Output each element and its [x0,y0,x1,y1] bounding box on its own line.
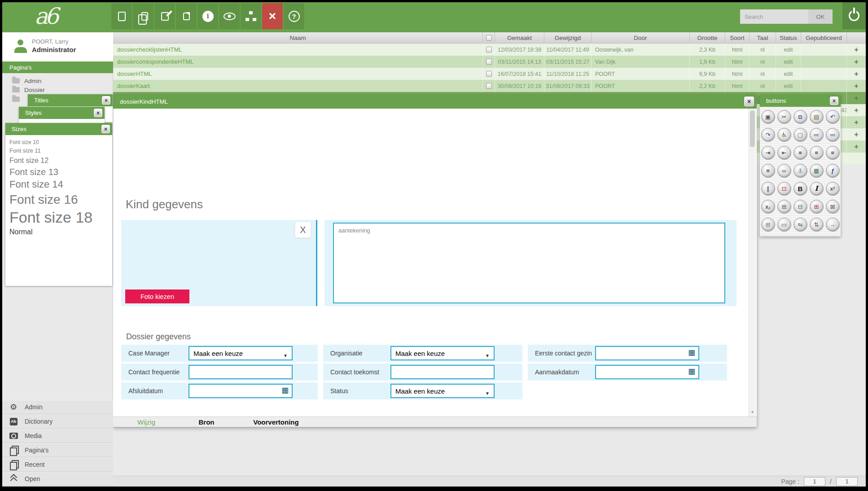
row-add-button[interactable]: + [847,68,866,80]
editor-button[interactable]: ≡ [761,164,775,178]
toolbar-button[interactable] [176,3,197,29]
sizes-panel-header[interactable]: Sizes × [5,123,112,135]
tree-item[interactable]: Admin [2,76,113,85]
chevron-down-icon[interactable] [283,351,288,359]
editor-button[interactable]: ⊞ [777,200,791,214]
font-size-option[interactable]: Font size 13 [9,167,112,177]
editor-button[interactable]: ▤ [810,110,824,124]
toolbar-button[interactable]: ? [284,3,304,29]
field-input[interactable] [595,346,699,360]
editor-button[interactable]: ∥ [761,182,775,196]
modal-scrollbar[interactable] [749,109,756,416]
editor-button[interactable]: ⇥ [761,146,775,160]
editor-button[interactable]: ⧉ [793,110,807,124]
editor-button[interactable]: ♿ [777,128,791,142]
field-input[interactable]: Maak een keuze [390,384,495,398]
row-checkbox[interactable] [486,59,492,65]
font-size-option[interactable]: Font size 12 [9,157,112,165]
field-input[interactable]: Maak een keuze [189,346,293,360]
editor-button[interactable]: ≔ [810,128,824,142]
editor-button[interactable]: B [793,182,807,196]
editor-tab[interactable]: Wijzig [113,418,180,426]
editor-button[interactable]: ⇤ [777,146,791,160]
editor-tab[interactable]: Bron [180,418,233,426]
row-add-button[interactable]: + [847,128,866,140]
calendar-icon[interactable] [281,386,289,395]
font-size-option[interactable]: Font size 14 [9,179,112,190]
editor-button[interactable]: ↷ [761,128,775,142]
column-header-soort[interactable]: Soort [725,32,750,43]
editor-button[interactable]: ≡ [793,146,807,160]
modal-header[interactable]: dossierKindHTML × [113,95,757,109]
sidebar-menu-item[interactable]: Media [2,429,113,443]
close-icon[interactable]: × [101,125,110,133]
column-header-status[interactable]: Status [776,32,801,43]
toolbar-button[interactable] [241,3,261,29]
editor-button[interactable]: ⊟ [793,200,807,214]
column-header-grootte[interactable]: Grootte [690,32,725,43]
scrollbar-thumb[interactable] [750,110,755,147]
search-ok-button[interactable]: OK [808,9,833,24]
close-icon[interactable]: × [830,96,838,105]
editor-button[interactable]: ⇅ [810,218,824,232]
table-row[interactable]: dossierHTML 16/07/2018 15:41 11/10/2018 … [113,68,866,80]
page-total-input[interactable] [836,477,858,486]
editor-button[interactable]: ⊡ [777,182,791,196]
column-header-door[interactable]: Door [592,32,690,43]
row-add-button[interactable]: + [847,44,866,56]
toolbar-button[interactable] [133,3,153,29]
toolbar-button[interactable]: × [262,3,283,29]
editor-button[interactable]: → [826,218,840,232]
row-add-button[interactable]: + [847,104,866,116]
font-size-option[interactable]: Font size 18 [9,209,112,226]
buttons-palette-header[interactable]: buttons × [760,95,841,107]
choose-photo-button[interactable]: Foto kiezen [125,289,189,303]
editor-button[interactable]: x₂ [761,200,775,214]
editor-button[interactable]: ≕ [826,128,840,142]
editor-button[interactable]: ∞ [777,164,791,178]
table-row[interactable]: dossiercorrespondentieHTML 03/11/2015 14… [113,56,866,68]
editor-button[interactable]: ƒ [826,164,840,178]
logout-button[interactable] [842,2,866,29]
toolbar-button[interactable] [111,3,132,29]
row-checkbox[interactable] [486,71,492,77]
column-header-gepubliceerd[interactable]: Gepubliceerd [801,32,847,43]
row-add-button[interactable]: + [847,140,866,153]
field-input[interactable] [189,365,293,379]
scroll-down-icon[interactable] [749,408,756,416]
sidebar-menu-item[interactable]: Recent [2,457,113,472]
cell-naam[interactable]: dossierHTML [113,68,483,80]
font-size-option[interactable]: Font size 10 [9,140,112,145]
cell-naam[interactable]: dossierKaart [113,80,483,92]
close-icon[interactable]: × [94,109,102,117]
editor-button[interactable]: ⊞ [761,218,775,232]
calendar-icon[interactable] [688,348,695,357]
sidebar-section-pages[interactable]: Pagina's [2,61,113,73]
row-add-button[interactable]: + [847,92,866,104]
editor-button[interactable]: x² [826,182,840,196]
editor-button[interactable]: ✂ [777,110,791,124]
table-row[interactable]: dossierchecklijstenHTML 12/03/2017 18:38… [113,44,866,56]
toolbar-button[interactable] [219,3,240,29]
select-all-checkbox[interactable] [486,35,492,41]
search-input[interactable] [740,9,808,24]
close-icon[interactable]: × [744,96,754,106]
titles-panel-header[interactable]: Titles × [28,94,113,106]
editor-tab[interactable]: Voorvertoning [233,418,319,426]
sidebar-menu-item[interactable]: Dictionary [2,414,113,429]
editor-button[interactable]: ▣ [761,110,775,124]
row-add-button[interactable]: + [847,116,866,128]
row-add-button[interactable] [847,153,866,165]
toolbar-button[interactable] [154,3,175,29]
editor-button[interactable]: ▢ [793,128,807,142]
remove-photo-button[interactable]: X [295,222,311,238]
styles-panel-header[interactable]: Styles × [19,107,105,119]
field-input[interactable] [390,365,495,379]
editor-button[interactable]: ▦ [810,164,824,178]
editor-button[interactable]: ⚓ [793,164,807,178]
editor-button[interactable]: ≡ [810,146,824,160]
field-input[interactable] [595,365,699,379]
column-header-taal[interactable]: Taal [750,32,776,43]
row-add-button[interactable]: + [847,56,866,68]
toolbar-button[interactable]: i [197,3,218,29]
